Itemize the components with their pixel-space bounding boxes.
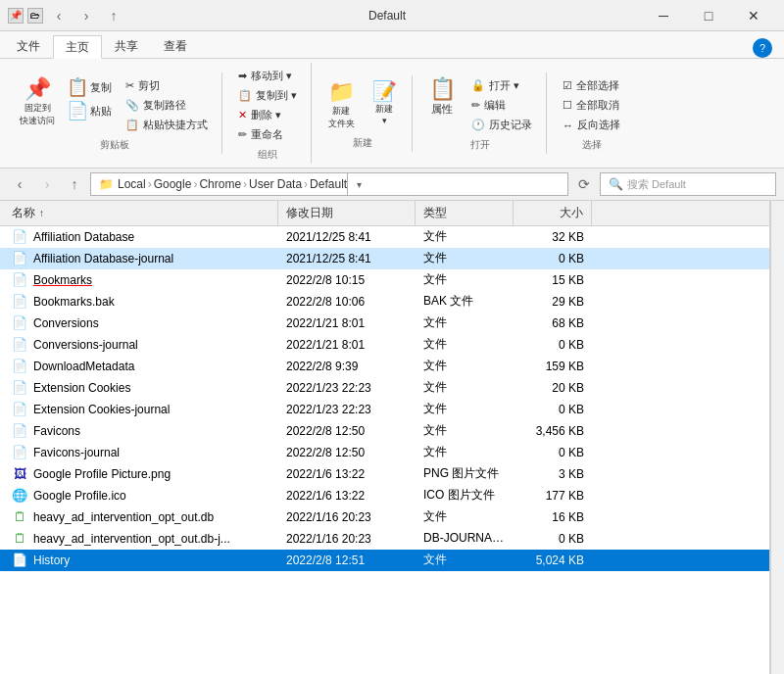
move-label: 移动到 ▾ — [251, 69, 292, 83]
new-item-icon: 📝 — [372, 81, 397, 101]
table-row[interactable]: 📄Extension Cookies-journal2022/1/23 22:2… — [0, 399, 769, 420]
deselect-all-button[interactable]: ☐ 全部取消 — [557, 96, 626, 115]
copy-button[interactable]: 📋 复制 — [63, 76, 116, 98]
col-date-label: 修改日期 — [286, 205, 333, 221]
table-row[interactable]: 📄Bookmarks.bak2022/2/8 10:06BAK 文件29 KB — [0, 291, 769, 313]
table-row[interactable]: 📄History2022/2/8 12:51文件5,024 KB — [0, 550, 769, 571]
table-row[interactable]: 📄Affiliation Database-journal2021/12/25 … — [0, 248, 769, 269]
delete-button[interactable]: ✕ 删除 ▾ — [232, 106, 303, 124]
file-date-cell: 2022/2/8 10:15 — [278, 273, 416, 287]
ribbon: 文件 主页 共享 查看 ? 📌 固定到快速访问 📋 复制 — [0, 31, 784, 168]
file-name-cell: 🖼Google Profile Picture.png — [4, 466, 278, 482]
file-name-text: Google Profile Picture.png — [33, 467, 171, 481]
file-name-text: Affiliation Database-journal — [33, 252, 173, 265]
path-folder-icon: 📁 — [99, 177, 114, 191]
properties-button[interactable]: 📋 属性 — [422, 76, 462, 119]
path-default[interactable]: Default — [310, 177, 347, 191]
copy-to-button[interactable]: 📋 复制到 ▾ — [232, 86, 303, 105]
group-select: ☑ 全部选择 ☐ 全部取消 ↔ 反向选择 选择 — [549, 72, 634, 154]
table-row[interactable]: 📄Affiliation Database2021/12/25 8:41文件32… — [0, 226, 769, 248]
paste-shortcut-label: 粘贴快捷方式 — [143, 118, 208, 132]
table-row[interactable]: 📄Favicons-journal2022/2/8 12:50文件0 KB — [0, 442, 769, 463]
file-name-text: Google Profile.ico — [33, 489, 126, 503]
table-row[interactable]: 🗒heavy_ad_intervention_opt_out.db-j...20… — [0, 528, 769, 550]
col-header-type[interactable]: 类型 — [416, 201, 514, 225]
minimize-button[interactable]: ─ — [641, 0, 686, 31]
refresh-button[interactable]: ⟳ — [572, 172, 596, 196]
tab-file[interactable]: 文件 — [4, 34, 53, 58]
paste-label: 粘贴 — [90, 104, 112, 119]
new-item-button[interactable]: 📝 新建▾ — [365, 79, 404, 127]
file-date-cell: 2022/2/8 12:51 — [278, 554, 416, 567]
file-name-cell: 📄Bookmarks — [4, 272, 278, 288]
address-path[interactable]: 📁 Local › Google › Chrome › User Data › … — [90, 172, 568, 196]
titlebar-back-btn[interactable]: ‹ — [47, 4, 71, 27]
titlebar-fwd-btn[interactable]: › — [74, 4, 98, 27]
path-userdata[interactable]: User Data — [249, 177, 302, 191]
table-row[interactable]: 📄Extension Cookies2022/1/23 22:23文件20 KB — [0, 377, 769, 399]
select-all-label: 全部选择 — [576, 78, 619, 93]
help-button[interactable]: ? — [753, 38, 772, 58]
close-button[interactable]: ✕ — [731, 0, 776, 31]
delete-icon: ✕ — [238, 109, 247, 121]
search-box[interactable]: 🔍 搜索 Default — [600, 172, 776, 196]
history-label: 历史记录 — [489, 118, 532, 132]
table-row[interactable]: 🗒heavy_ad_intervention_opt_out.db2022/1/… — [0, 506, 769, 528]
table-row[interactable]: 📄Conversions2022/1/21 8:01文件68 KB — [0, 313, 769, 334]
cut-label: 剪切 — [138, 78, 160, 93]
file-icon: 📄 — [12, 272, 27, 288]
table-row[interactable]: 📄Bookmarks2022/2/8 10:15文件15 KB — [0, 269, 769, 291]
up-button[interactable]: ↑ — [63, 172, 86, 196]
file-type-cell: PNG 图片文件 — [416, 465, 514, 482]
tab-view[interactable]: 查看 — [151, 34, 200, 58]
new-folder-button[interactable]: 📁 新建文件夹 — [321, 79, 361, 132]
forward-button[interactable]: › — [35, 172, 59, 196]
titlebar-up-btn[interactable]: ↑ — [102, 4, 125, 27]
address-dropdown[interactable]: ▾ — [347, 172, 370, 196]
col-header-date[interactable]: 修改日期 — [278, 201, 416, 225]
move-to-button[interactable]: ➡ 移动到 ▾ — [232, 67, 303, 85]
col-header-size[interactable]: 大小 — [514, 201, 592, 225]
properties-label: 属性 — [431, 102, 453, 117]
tab-home[interactable]: 主页 — [53, 35, 102, 59]
file-name-cell: 📄Conversions — [4, 315, 278, 331]
pin-icon: 📌 — [24, 78, 51, 100]
tab-share[interactable]: 共享 — [102, 34, 151, 58]
title-bar-icons: 📌 🗁 ‹ › ↑ — [8, 4, 125, 27]
file-date-cell: 2022/1/6 13:22 — [278, 489, 416, 503]
pin-button[interactable]: 📌 固定到快速访问 — [16, 76, 59, 129]
paste-shortcut-button[interactable]: 📋 粘贴快捷方式 — [120, 116, 214, 134]
file-size-cell: 0 KB — [514, 338, 592, 352]
file-type-cell: 文件 — [416, 358, 514, 374]
copy-path-button[interactable]: 📎 复制路径 — [120, 96, 214, 115]
path-local[interactable]: Local — [118, 177, 146, 191]
table-row[interactable]: 📄Conversions-journal2022/1/21 8:01文件0 KB — [0, 334, 769, 356]
select-all-button[interactable]: ☑ 全部选择 — [557, 76, 626, 95]
file-date-cell: 2022/1/23 22:23 — [278, 381, 416, 395]
file-type-cell: ICO 图片文件 — [416, 487, 514, 504]
back-button[interactable]: ‹ — [8, 172, 31, 196]
delete-label: 删除 ▾ — [251, 108, 281, 122]
maximize-button[interactable]: □ — [686, 0, 731, 31]
col-header-name[interactable]: 名称 ↑ — [4, 201, 278, 225]
invert-selection-button[interactable]: ↔ 反向选择 — [557, 116, 626, 134]
table-row[interactable]: 🌐Google Profile.ico2022/1/6 13:22ICO 图片文… — [0, 485, 769, 506]
table-row[interactable]: 📄DownloadMetadata2022/2/8 9:39文件159 KB — [0, 356, 769, 377]
separator-2: › — [193, 177, 197, 191]
table-row[interactable]: 📄Favicons2022/2/8 12:50文件3,456 KB — [0, 420, 769, 442]
paste-button[interactable]: 📄 粘贴 — [63, 100, 116, 121]
file-size-cell: 20 KB — [514, 381, 592, 395]
table-row[interactable]: 🖼Google Profile Picture.png2022/1/6 13:2… — [0, 463, 769, 485]
cut-button[interactable]: ✂ 剪切 — [120, 76, 214, 95]
deselect-all-label: 全部取消 — [576, 98, 619, 113]
path-google[interactable]: Google — [154, 177, 192, 191]
history-button[interactable]: 🕐 历史记录 — [466, 116, 538, 134]
file-size-cell: 0 KB — [514, 252, 592, 265]
open-button[interactable]: 🔓 打开 ▾ — [466, 76, 538, 95]
rename-button[interactable]: ✏ 重命名 — [232, 125, 303, 144]
path-chrome[interactable]: Chrome — [199, 177, 241, 191]
edit-icon: ✏ — [471, 99, 480, 112]
file-icon: 📄 — [12, 294, 27, 310]
edit-button[interactable]: ✏ 编辑 — [466, 96, 538, 115]
file-icon: 📄 — [12, 315, 27, 331]
